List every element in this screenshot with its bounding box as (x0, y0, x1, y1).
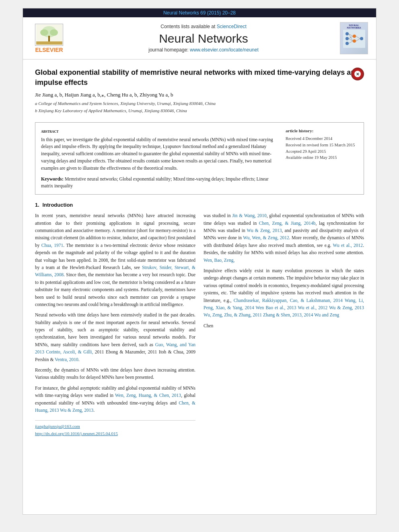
crossmark-symbol: ✕ (356, 72, 359, 76)
ref-lakshmanan[interactable]: & Lakshmanan, 2014 (300, 298, 342, 303)
science-direct-line: Contents lists available at ScienceDirec… (75, 24, 332, 29)
chen-text: Chen (204, 323, 213, 328)
ref-corinto[interactable]: Corinto, Ascoli, & Gilli, (46, 349, 93, 354)
ref-wu-zeng-zhu-zhang[interactable]: Wu, Zeng, (204, 312, 223, 317)
intro-para-right-2: Impulsive effects widely exist in many e… (204, 267, 364, 319)
received-revised-date: Received in revised form 15 March 2015 (286, 142, 358, 148)
intro-col-right: was studied in Jin & Wang, 2010, global … (204, 212, 364, 437)
accepted-date: Accepted 29 April 2015 (286, 148, 358, 155)
svg-point-3 (40, 29, 48, 36)
ref-bao-et-al-2013[interactable]: Bao et al., 2013 (265, 305, 296, 310)
ref-wu-et-al-2012b[interactable]: et al., 2012 (341, 243, 363, 248)
introduction-section: 1. Introduction In recent years, memrist… (35, 202, 364, 437)
ref-wu-zeng-2013b[interactable]: Wu & Zeng, 2013 (60, 408, 93, 413)
journal-cover-thumbnail: NEURALNETWORKS (340, 22, 368, 54)
svg-point-12 (360, 37, 363, 40)
abstract-text: In this paper, we investigate the global… (41, 136, 278, 172)
journal-homepage: journal homepage: www.elsevier.com/locat… (75, 47, 332, 53)
ref-wu-zeng-2013c[interactable]: Wu & Zeng, 2013 (329, 305, 364, 310)
intro-para-1: In recent years, memristive neural netwo… (35, 212, 195, 308)
ref-wen-zeng-huang-chen-2013[interactable]: Wen, Zeng, Huang, & Chen, 2013 (115, 393, 181, 398)
journal-title: Neural Networks (75, 32, 332, 45)
elsevier-logo: ELSEVIER (31, 24, 67, 53)
science-direct-link[interactable]: ScienceDirect (217, 24, 247, 29)
intro-para-right-1: was studied in Jin & Wang, 2010, global … (204, 212, 364, 264)
available-date: Available online 19 May 2015 (286, 154, 358, 161)
abstract-box: abstract In this paper, we investigate t… (35, 122, 364, 195)
ref-ventra[interactable]: Ventra, 2010 (55, 357, 78, 362)
authors-line: Jie Jiang a, b, Haijun Jiang a, b,⁎, Che… (35, 91, 364, 99)
ref-wen-bao-et-al[interactable]: Wen (256, 305, 264, 310)
homepage-url[interactable]: www.elsevier.com/locate/neunet (190, 47, 259, 53)
doi-link[interactable]: http://dx.doi.org/10.1016/j.neunet.2015.… (35, 431, 118, 436)
journal-center: Contents lists available at ScienceDirec… (67, 24, 340, 53)
intro-para-wen-zeng: For instance, the global asymptotic stab… (35, 384, 195, 414)
intro-para-chen: Chen (204, 322, 364, 329)
keywords-text: Memristive neural networks; Global expon… (41, 177, 269, 188)
ref-zhu-zhang-2011[interactable]: Zhu, & Zhang, 2011 (224, 312, 262, 317)
ref-chandrasekar[interactable]: Chandrasekar, Rakkiyappan, Cao, (234, 298, 298, 303)
svg-rect-5 (36, 41, 62, 45)
footer-links: jianghaijunxju@163.com http://dx.doi.org… (35, 420, 195, 437)
elsevier-brand-text: ELSEVIER (35, 47, 63, 53)
ref-wu-et-al-2012[interactable]: Wu (333, 243, 339, 248)
ref-wu-wen-zeng-2012[interactable]: Wu, Wen, & Zeng, 2012 (243, 235, 289, 240)
affiliation-b: b Xinjiang Key Laboratory of Applied Mat… (35, 108, 364, 114)
article-history-label: article history: (286, 127, 358, 134)
main-content: Global exponential stability of memristi… (23, 60, 376, 445)
ref-wu-zeng-2013[interactable]: Wu & Zeng, 2013 (247, 228, 282, 233)
svg-point-11 (353, 39, 356, 43)
authors-text: Jie Jiang a, b, Haijun Jiang a, b,⁎, Che… (35, 92, 173, 98)
journal-header: ELSEVIER Contents lists available at Sci… (23, 17, 376, 60)
ref-chua-1971[interactable]: Chua, 1971 (41, 243, 63, 248)
ref-zhang-shen-2013-2014[interactable]: Zhang & Shen, 2013, 2014 (263, 312, 313, 317)
svg-point-8 (346, 37, 349, 40)
article-meta: Global exponential stability of memristi… (35, 68, 364, 114)
keywords-row: Keywords: Memristive neural networks; Gl… (41, 175, 278, 190)
email-link[interactable]: jianghaijunxju@163.com (35, 424, 195, 429)
elsevier-logo-image (35, 24, 63, 46)
svg-rect-2 (48, 36, 50, 41)
ref-wen-bao-zeng[interactable]: Wen, Bao, Zeng, (204, 258, 234, 263)
intro-para-3: Recently, the dynamics of MNNs with time… (35, 366, 195, 381)
intro-header: 1. Introduction (35, 202, 364, 208)
citation-text: Neural Networks 69 (2015) 20–28 (163, 10, 236, 16)
intro-col-left: In recent years, memristive neural netwo… (35, 212, 195, 437)
ref-chen-huang-2013[interactable]: Chen, & Huang, 2013 (35, 401, 195, 413)
intro-two-col: In recent years, memristive neural netwo… (35, 212, 364, 437)
top-citation-bar: Neural Networks 69 (2015) 20–28 (23, 8, 376, 17)
svg-point-9 (346, 42, 349, 45)
article-title: Global exponential stability of memristi… (35, 68, 364, 88)
affiliation-a: a College of Mathematics and System Scie… (35, 101, 364, 107)
intro-para-2: Neural networks with time delays have be… (35, 311, 195, 363)
ref-wu-and-zeng[interactable]: Wu and Zeng (314, 312, 339, 317)
ref-strukov[interactable]: Strukov, (142, 265, 158, 270)
received-date: Received 4 December 2014 (286, 136, 358, 142)
svg-point-4 (50, 29, 58, 36)
ref-guo-wang[interactable]: Guo, Wang, and (155, 342, 187, 347)
crossmark-badge[interactable]: ✕ (351, 68, 364, 80)
abstract-label: abstract (41, 127, 278, 135)
svg-point-10 (353, 35, 356, 38)
ref-chen-zeng-jiang-2014b[interactable]: Chen, Zeng, & Jiang, 2014b (259, 221, 316, 226)
ref-wu-et-al-2012c[interactable]: Wu et al., 2012 (298, 305, 327, 310)
ref-snider[interactable]: Snider, Stewart, & Williams, 2008 (35, 265, 195, 277)
svg-point-7 (346, 32, 349, 35)
ref-jin-wang-2010[interactable]: Jin & Wang, 2010 (232, 213, 267, 218)
article-history-box: article history: Received 4 December 201… (286, 127, 358, 190)
